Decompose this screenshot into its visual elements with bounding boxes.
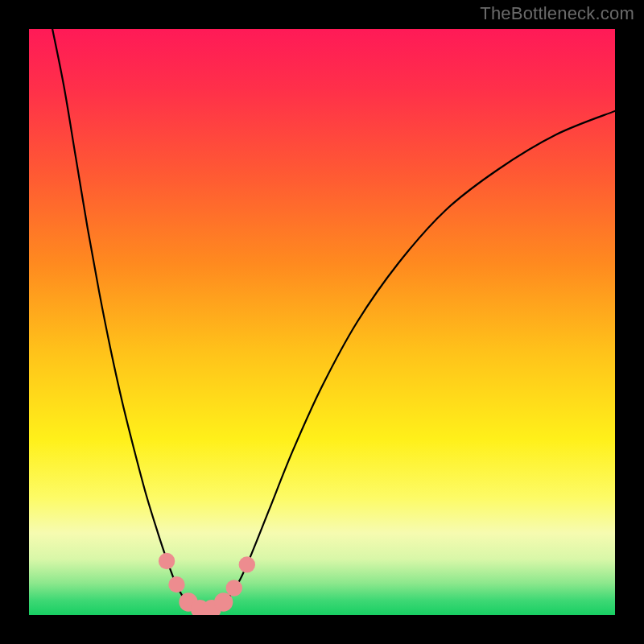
curve-marker (159, 553, 175, 569)
frame: TheBottleneck.com (0, 0, 644, 644)
bottleneck-curve (29, 29, 615, 615)
chart-panel (29, 29, 615, 615)
curve-path (52, 29, 615, 611)
curve-marker (214, 592, 233, 611)
curve-marker (239, 556, 255, 572)
watermark-text: TheBottleneck.com (480, 3, 634, 24)
curve-markers (159, 553, 255, 615)
curve-marker (226, 580, 242, 596)
curve-marker (168, 576, 184, 592)
